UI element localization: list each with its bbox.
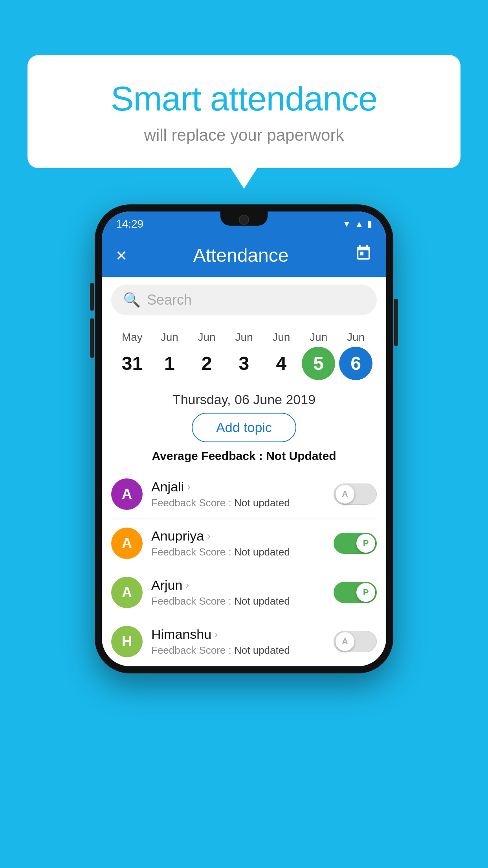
cal-month-label: Jun xyxy=(161,331,178,344)
calendar-day[interactable]: Jun1 xyxy=(153,331,186,380)
bubble-subtitle: will replace your paperwork xyxy=(59,126,429,145)
avg-feedback-label: Average Feedback : xyxy=(152,449,266,462)
app-bar-title: Attendance xyxy=(193,245,289,266)
cal-day-number: 4 xyxy=(264,347,298,380)
feedback-score: Feedback Score : Not updated xyxy=(151,497,325,509)
chevron-right-icon: › xyxy=(207,530,211,542)
cal-day-number: 2 xyxy=(190,347,224,380)
selected-date-label: Thursday, 06 June 2019 xyxy=(102,384,386,413)
calendar-icon-button[interactable] xyxy=(355,245,372,266)
toggle-thumb: A xyxy=(336,632,354,651)
toggle-thumb: A xyxy=(336,485,354,504)
phone-notch xyxy=(220,211,268,226)
student-item[interactable]: AAnupriya ›Feedback Score : Not updatedP xyxy=(111,519,377,568)
phone-wrapper: 14:29 ▼ ▲ ▮ × Attendance 🔍 xyxy=(95,204,393,673)
attendance-toggle-wrapper[interactable]: P xyxy=(334,533,377,554)
search-icon: 🔍 xyxy=(123,292,141,308)
calendar-day[interactable]: Jun6 xyxy=(339,331,372,380)
attendance-toggle-wrapper[interactable]: A xyxy=(334,631,377,652)
student-info: Anjali ›Feedback Score : Not updated xyxy=(151,479,325,509)
calendar-row: May31Jun1Jun2Jun3Jun4Jun5Jun6 xyxy=(102,323,386,384)
add-topic-button[interactable]: Add topic xyxy=(192,413,296,442)
student-name: Himanshu › xyxy=(151,627,325,642)
search-input[interactable]: Search xyxy=(147,292,192,308)
avatar: A xyxy=(111,478,143,510)
student-item[interactable]: AAnjali ›Feedback Score : Not updatedA xyxy=(111,470,377,519)
status-icons: ▼ ▲ ▮ xyxy=(342,219,372,229)
student-info: Anupriya ›Feedback Score : Not updated xyxy=(151,528,325,558)
status-time: 14:29 xyxy=(116,218,143,230)
student-info: Arjun ›Feedback Score : Not updated xyxy=(151,577,325,607)
bubble-title: Smart attendance xyxy=(59,79,429,119)
search-bar[interactable]: 🔍 Search xyxy=(111,285,377,315)
calendar-day[interactable]: Jun2 xyxy=(190,331,224,380)
avg-feedback: Average Feedback : Not Updated xyxy=(102,442,386,470)
attendance-toggle-wrapper[interactable]: P xyxy=(334,582,377,603)
chevron-right-icon: › xyxy=(215,628,218,640)
student-name: Anupriya › xyxy=(151,528,325,544)
cal-month-label: May xyxy=(122,331,143,344)
cal-day-number: 5 xyxy=(302,347,335,380)
cal-month-label: Jun xyxy=(235,331,253,344)
attendance-toggle[interactable]: P xyxy=(334,533,377,554)
front-camera xyxy=(239,215,249,225)
calendar-day[interactable]: Jun3 xyxy=(227,331,261,380)
phone-screen: 14:29 ▼ ▲ ▮ × Attendance 🔍 xyxy=(102,211,386,666)
cal-month-label: Jun xyxy=(272,331,290,344)
signal-icon: ▲ xyxy=(355,219,363,229)
calendar-day[interactable]: May31 xyxy=(116,331,149,380)
feedback-score: Feedback Score : Not updated xyxy=(151,546,325,558)
calendar-day[interactable]: Jun5 xyxy=(302,331,335,380)
power-button[interactable] xyxy=(394,299,398,346)
speech-bubble-container: Smart attendance will replace your paper… xyxy=(28,55,460,168)
cal-month-label: Jun xyxy=(347,331,365,344)
attendance-toggle[interactable]: A xyxy=(334,484,377,505)
toggle-thumb: P xyxy=(356,534,375,553)
speech-bubble: Smart attendance will replace your paper… xyxy=(28,55,460,168)
student-name: Anjali › xyxy=(151,479,325,495)
student-info: Himanshu ›Feedback Score : Not updated xyxy=(151,627,325,657)
wifi-icon: ▼ xyxy=(342,219,351,229)
attendance-toggle[interactable]: P xyxy=(334,582,377,603)
student-item[interactable]: AArjun ›Feedback Score : Not updatedP xyxy=(111,568,377,617)
chevron-right-icon: › xyxy=(187,481,191,493)
attendance-toggle-wrapper[interactable]: A xyxy=(334,484,377,505)
battery-icon: ▮ xyxy=(367,219,372,229)
avg-feedback-value: Not Updated xyxy=(266,449,336,462)
cal-day-number: 1 xyxy=(153,347,186,380)
student-list: AAnjali ›Feedback Score : Not updatedAAA… xyxy=(102,470,386,666)
cal-day-number: 31 xyxy=(116,347,149,380)
avatar: A xyxy=(111,528,143,559)
feedback-score: Feedback Score : Not updated xyxy=(151,595,325,607)
student-item[interactable]: HHimanshu ›Feedback Score : Not updatedA xyxy=(111,617,377,666)
vol-down-button[interactable] xyxy=(90,318,94,358)
calendar-day[interactable]: Jun4 xyxy=(264,331,298,380)
close-button[interactable]: × xyxy=(116,245,127,266)
toggle-thumb: P xyxy=(356,583,375,602)
student-name: Arjun › xyxy=(151,577,325,593)
avatar: H xyxy=(111,626,143,657)
vol-up-button[interactable] xyxy=(90,283,94,311)
attendance-toggle[interactable]: A xyxy=(334,631,377,652)
feedback-score: Feedback Score : Not updated xyxy=(151,644,325,657)
cal-day-number: 6 xyxy=(339,347,372,380)
phone-frame: 14:29 ▼ ▲ ▮ × Attendance 🔍 xyxy=(95,204,393,673)
chevron-right-icon: › xyxy=(185,579,189,591)
cal-month-label: Jun xyxy=(198,331,216,344)
app-bar: × Attendance xyxy=(102,234,386,277)
avatar: A xyxy=(111,577,143,608)
cal-day-number: 3 xyxy=(227,347,261,380)
cal-month-label: Jun xyxy=(310,331,327,344)
